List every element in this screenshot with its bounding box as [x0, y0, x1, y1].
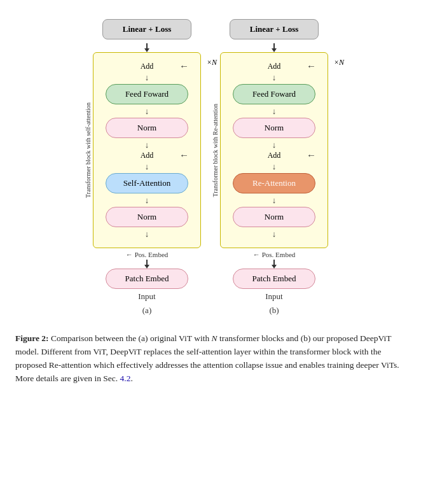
arrow4-b: ↓ [272, 162, 277, 171]
times-n-b: ×N [334, 58, 344, 67]
input-label-a: Input [138, 291, 155, 302]
arrow6-a: ↓ [145, 230, 149, 238]
arrow2-a: ↓ [145, 107, 149, 115]
input-label-b: Input [265, 291, 282, 302]
norm-bottom-b: Norm [233, 207, 315, 227]
arrow6-b: ↓ [272, 230, 277, 238]
norm-top-a: Norm [106, 118, 188, 138]
patch-embed-b: Patch Embed [233, 269, 315, 289]
self-attention-a: Self-Attention [106, 173, 188, 193]
pos-embed-arrow-a: ← [126, 251, 133, 258]
add-top-label-a: Add [141, 62, 154, 71]
transformer-block-b: Transformer block with Re-attention ×N A… [220, 52, 328, 248]
caption-ref: 4.2 [120, 374, 131, 383]
right-arrow-top-a: ← [179, 62, 189, 71]
arrow5-a: ↓ [145, 196, 149, 204]
add-top-label-b: Add [268, 62, 281, 71]
right-arrow-top-b: ← [307, 62, 316, 71]
caption-n: N [212, 333, 217, 343]
diagram-a: Linear + Loss Transformer block with sel… [93, 19, 201, 316]
patch-embed-a: Patch Embed [106, 269, 188, 289]
add-top-b: Add ← [230, 62, 319, 71]
pos-embed-arrow-b: ← [253, 251, 260, 258]
arrow1-b: ↓ [272, 73, 277, 81]
right-arrow-bottom-a: ← [179, 151, 189, 160]
diagrams-area: Linear + Loss Transformer block with sel… [13, 13, 408, 322]
pos-embed-label-a: Pos. Embed [135, 251, 169, 258]
diagram-b: Linear + Loss Transformer block with Re-… [220, 19, 328, 316]
add-bottom-a: Add ← [102, 151, 191, 160]
norm-bottom-a: Norm [106, 207, 188, 227]
diagram-label-a: (a) [142, 305, 151, 316]
add-bottom-b: Add ← [230, 151, 319, 160]
add-top-a: Add ← [102, 62, 191, 71]
pos-embed-row-b: ← Pos. Embed [253, 251, 296, 258]
pos-embed-row-a: ← Pos. Embed [126, 251, 169, 258]
arrow1-a: ↓ [145, 73, 149, 81]
diagram-label-b: (b) [269, 305, 279, 316]
arrow4-a: ↓ [145, 162, 149, 171]
arrow3-b: ↓ [272, 141, 277, 149]
linear-loss-a: Linear + Loss [102, 19, 191, 39]
add-bottom-label-b: Add [268, 151, 281, 160]
arrow-linear-to-block-b [272, 43, 277, 52]
arrow5-b: ↓ [272, 196, 277, 204]
arrow3-a: ↓ [145, 141, 149, 149]
re-attention-b: Re-Attention [233, 173, 315, 193]
figure-caption: Figure 2: Comparison between the (a) ori… [13, 332, 408, 386]
arrow-to-patch-a [144, 260, 149, 269]
caption-text1: Comparison between the (a) original ViT … [49, 333, 212, 343]
arrow2-b: ↓ [272, 107, 277, 115]
transformer-block-a: Transformer block with self-attention ×N… [93, 52, 201, 248]
caption-text3: . [130, 374, 132, 383]
norm-top-b: Norm [233, 118, 315, 138]
pos-embed-label-b: Pos. Embed [262, 251, 296, 258]
arrow-linear-to-block-a [144, 43, 149, 52]
feed-forward-b: Feed Foward [233, 84, 315, 104]
add-bottom-label-a: Add [141, 151, 154, 160]
arrow-to-patch-b [272, 260, 277, 269]
caption-prefix: Figure 2: [15, 333, 49, 343]
right-arrow-bottom-b: ← [307, 151, 316, 160]
linear-loss-b: Linear + Loss [230, 19, 319, 39]
figure-container: Linear + Loss Transformer block with sel… [13, 13, 408, 386]
side-label-a: Transformer block with self-attention [85, 102, 92, 198]
feed-forward-a: Feed Foward [106, 84, 188, 104]
side-label-b: Transformer block with Re-attention [212, 104, 219, 197]
